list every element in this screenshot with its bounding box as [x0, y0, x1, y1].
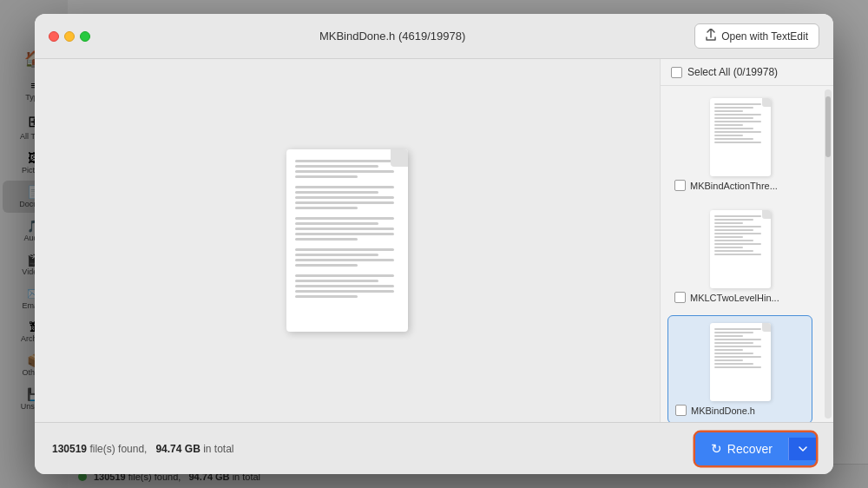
share-icon — [706, 29, 716, 43]
dialog-title: MKBindDone.h (4619/19978) — [90, 30, 694, 43]
preview-line — [295, 201, 394, 204]
footer-size-label: in total — [203, 443, 233, 455]
preview-line — [295, 233, 394, 235]
preview-line — [295, 259, 394, 261]
file-item-3[interactable]: MKBindDone.h — [667, 315, 812, 422]
dialog-overlay: MKBindDone.h (4619/19978) Open with Text… — [0, 0, 868, 488]
footer-status: 130519 file(s) found, 94.74 GB in total — [52, 443, 234, 455]
open-with-button[interactable]: Open with TextEdit — [694, 23, 819, 49]
preview-line — [295, 280, 378, 282]
dialog-title-right: Open with TextEdit — [694, 23, 819, 49]
file-thumbnail-1 — [710, 98, 771, 176]
preview-line — [295, 290, 394, 293]
footer-file-count-label: file(s) found, — [89, 443, 147, 455]
file-checkbox-2[interactable] — [674, 292, 686, 303]
file-checkbox-row-2: MKLCTwoLevelHin... — [674, 292, 806, 303]
file-thumbnail-3 — [710, 323, 771, 401]
preview-line — [295, 248, 394, 251]
select-all-label: Select All (0/19978) — [687, 66, 778, 78]
footer-buttons: ↻ Recover — [695, 432, 816, 465]
preview-line — [295, 285, 394, 287]
file-item-2[interactable]: MKLCTwoLevelHin... — [667, 203, 812, 310]
preview-line — [295, 295, 358, 298]
traffic-lights — [49, 31, 90, 42]
dialog-titlebar: MKBindDone.h (4619/19978) Open with Text… — [35, 14, 833, 59]
file-list-scroll[interactable]: MKBindActionThre... — [661, 86, 825, 422]
file-name-1: MKBindActionThre... — [690, 181, 806, 191]
background-window: 🏠 ≡ Type ⊞ All Type 🖼 Picture 📄 Docume 🎵… — [0, 0, 868, 488]
file-list-panel: Select All (0/19978) — [660, 59, 833, 422]
file-item-1[interactable]: MKBindActionThre... — [667, 91, 812, 198]
file-checkbox-row-1: MKBindActionThre... — [674, 180, 806, 191]
recover-button-group[interactable]: ↻ Recover — [695, 432, 816, 465]
preview-line — [295, 254, 378, 256]
dialog-footer: 130519 file(s) found, 94.74 GB in total … — [35, 422, 833, 474]
maximize-button[interactable] — [80, 31, 90, 42]
preview-line — [295, 238, 358, 241]
file-checkbox-row-3: MKBindDone.h — [675, 405, 805, 416]
dialog-body: Select All (0/19978) — [35, 59, 833, 422]
preview-line — [295, 207, 358, 209]
preview-line — [295, 186, 394, 188]
scrollbar-thumb[interactable] — [825, 96, 831, 157]
dialog: MKBindDone.h (4619/19978) Open with Text… — [35, 14, 833, 474]
preview-line — [295, 264, 358, 267]
file-thumbnail-2 — [710, 210, 771, 288]
preview-line — [295, 196, 394, 199]
open-with-label: Open with TextEdit — [721, 30, 808, 43]
recover-label: Recover — [727, 442, 773, 456]
recover-main-button[interactable]: ↻ Recover — [695, 432, 788, 465]
preview-line — [295, 274, 394, 277]
scrollbar-track[interactable] — [825, 89, 832, 419]
file-checkbox-3[interactable] — [675, 405, 687, 416]
preview-line — [295, 160, 394, 162]
select-all-checkbox[interactable] — [671, 67, 682, 78]
preview-line — [295, 217, 394, 220]
recover-rotate-icon: ↻ — [711, 441, 722, 457]
select-all-row[interactable]: Select All (0/19978) — [661, 59, 833, 86]
preview-line — [295, 222, 378, 225]
preview-line — [295, 165, 378, 168]
close-button[interactable] — [49, 31, 59, 42]
preview-line — [295, 175, 358, 178]
preview-area — [35, 59, 660, 422]
file-checkbox-1[interactable] — [674, 180, 686, 191]
recover-dropdown-button[interactable] — [788, 438, 816, 460]
file-name-2: MKLCTwoLevelHin... — [690, 293, 806, 303]
preview-line — [295, 191, 378, 194]
footer-size: 94.74 GB — [155, 443, 200, 455]
document-preview — [286, 149, 408, 332]
preview-line — [295, 170, 394, 173]
file-name-3: MKBindDone.h — [691, 406, 805, 416]
footer-file-count: 130519 — [52, 443, 87, 455]
dialog-title-text: MKBindDone.h (4619/19978) — [319, 30, 465, 43]
minimize-button[interactable] — [64, 31, 75, 42]
preview-line — [295, 228, 394, 230]
